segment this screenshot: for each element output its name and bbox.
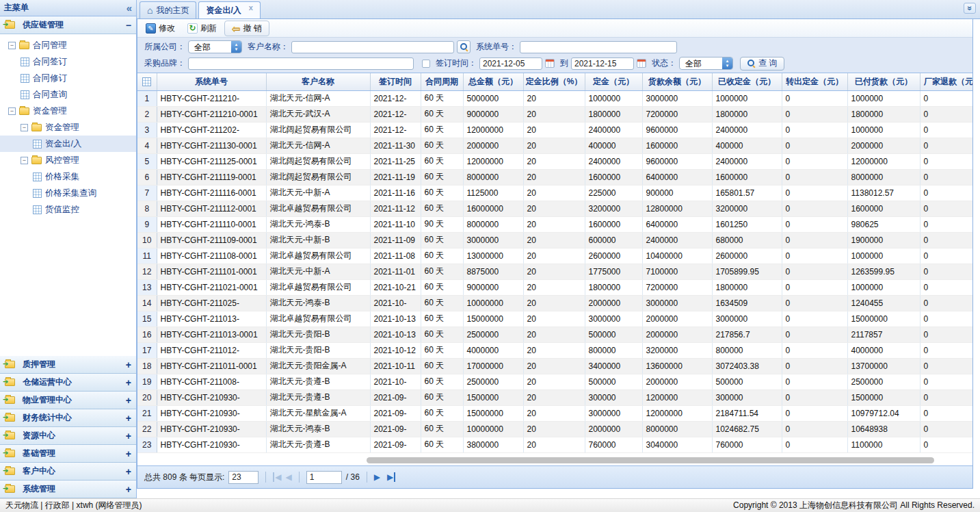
edit-button[interactable]: ✎ 修改 xyxy=(141,21,180,36)
refresh-button[interactable]: ↻ 刷新 xyxy=(183,21,222,36)
table-cell: 湖北天元-中新-B xyxy=(266,232,370,248)
column-header[interactable]: 合同周期 xyxy=(421,73,463,90)
table-row[interactable]: 7HBTY-CGHT-211116-0001湖北天元-中新-A2021-11-1… xyxy=(137,185,972,201)
sidebar-section-supply-chain[interactable]: 供应链管理 − xyxy=(0,16,136,34)
table-row[interactable]: 12HBTY-CGHT-211101-0001湖北天元-中新-A2021-11-… xyxy=(137,264,972,279)
expand-plus-icon[interactable]: + xyxy=(126,466,131,477)
tab-funds-in-out[interactable]: 资金出/入 x xyxy=(198,1,260,18)
table-row[interactable]: 21HBTY-CGHT-210930-湖北天元-星航金属-A2021-09-60… xyxy=(137,405,972,421)
last-page-button[interactable]: ▶ xyxy=(387,472,395,482)
tree-item[interactable]: −资金管理 xyxy=(0,119,136,136)
table-row[interactable]: 22HBTY-CGHT-210930-湖北天元-鸿泰-B2021-09-60 天… xyxy=(137,421,972,437)
tab-close-icon[interactable]: x xyxy=(249,3,253,12)
sign-time-checkbox[interactable] xyxy=(422,60,430,68)
table-row[interactable]: 9HBTY-CGHT-211110-0001湖北天元-鸿泰-B2021-11-1… xyxy=(137,216,972,232)
column-header[interactable]: 总金额（元） xyxy=(463,73,523,90)
undo-button[interactable]: ⇦ 撤 销 xyxy=(224,21,269,36)
prev-page-button[interactable]: ◀ xyxy=(286,472,292,482)
expand-plus-icon[interactable]: + xyxy=(126,413,131,424)
table-row[interactable]: 3HBTY-CGHT-211202-湖北阔起贸易有限公司2021-12-60 天… xyxy=(137,122,972,138)
table-row[interactable]: 8HBTY-CGHT-211112-0001湖北卓越贸易有限公司2021-11-… xyxy=(137,201,972,216)
page-number-input[interactable]: 1 xyxy=(306,471,342,484)
purchase-brand-input[interactable] xyxy=(188,57,414,70)
tree-item[interactable]: 价格采集查询 xyxy=(0,185,136,201)
tree-expander-icon[interactable]: − xyxy=(8,42,16,49)
system-number-input[interactable] xyxy=(520,41,677,53)
calendar-icon[interactable] xyxy=(637,59,646,68)
column-header[interactable]: 定金比例（%） xyxy=(523,73,585,90)
tree-item[interactable]: 合同修订 xyxy=(0,70,136,86)
status-select[interactable]: 全部 ▲▼ xyxy=(679,57,733,70)
table-cell: HBTY-CGHT-210930- xyxy=(157,421,266,437)
expand-plus-icon[interactable]: + xyxy=(126,431,131,441)
expand-plus-icon[interactable]: + xyxy=(126,377,131,388)
first-page-button[interactable]: ◀ xyxy=(273,472,281,482)
column-header[interactable]: 定金（元） xyxy=(585,73,642,90)
table-row[interactable]: 20HBTY-CGHT-210930-湖北天元-贵遵-B2021-09-60 天… xyxy=(137,389,972,405)
sidebar-section-header[interactable]: 质押管理+ xyxy=(0,356,136,374)
sidebar-collapse-icon[interactable]: « xyxy=(127,2,132,14)
column-header[interactable]: 已付货款（元） xyxy=(847,73,920,90)
expand-plus-icon[interactable]: + xyxy=(126,359,131,370)
expand-plus-icon[interactable]: + xyxy=(126,448,131,459)
next-page-button[interactable]: ▶ xyxy=(374,472,380,482)
tree-expander-icon[interactable]: − xyxy=(8,107,16,115)
table-row[interactable]: 13HBTY-CGHT-211021-0001湖北卓越贸易有限公司2021-10… xyxy=(137,279,972,295)
expand-plus-icon[interactable]: + xyxy=(126,484,131,495)
sidebar-section-header[interactable]: 财务统计中心+ xyxy=(0,409,136,427)
table-row[interactable]: 23HBTY-CGHT-210930-湖北天元-贵遵-B2021-09-60 天… xyxy=(137,437,972,452)
table-row[interactable]: 11HBTY-CGHT-211108-0001湖北卓越贸易有限公司2021-11… xyxy=(137,248,972,264)
column-header[interactable]: 签订时间 xyxy=(370,73,421,90)
column-header[interactable]: 系统单号 xyxy=(157,73,266,90)
sidebar-section-header[interactable]: 基础管理+ xyxy=(0,445,136,463)
company-select[interactable]: 全部 ▲▼ xyxy=(188,40,242,53)
tree-item[interactable]: 货值监控 xyxy=(0,201,136,218)
table-row[interactable]: 15HBTY-CGHT-211013-湖北卓越贸易有限公司2021-10-136… xyxy=(137,311,972,327)
sidebar-section-header[interactable]: 系统管理+ xyxy=(0,481,136,498)
sidebar-section-header[interactable]: 仓储运营中心+ xyxy=(0,374,136,392)
tree-item[interactable]: 资金出/入 xyxy=(0,136,136,152)
customer-name-input[interactable] xyxy=(291,41,454,53)
column-header[interactable]: 货款余额（元） xyxy=(642,73,712,90)
table-row[interactable]: 16HBTY-CGHT-211013-0001湖北天元-贵阳-B2021-10-… xyxy=(137,327,972,342)
tab-my-homepage[interactable]: ⌂ 我的主页 xyxy=(140,1,196,18)
page-size-input[interactable]: 23 xyxy=(228,471,259,484)
table-row[interactable]: 5HBTY-CGHT-211125-0001湖北阔起贸易有限公司2021-11-… xyxy=(137,153,972,169)
tree-item[interactable]: 合同查询 xyxy=(0,86,136,103)
tree-expander-icon[interactable]: − xyxy=(21,124,28,131)
table-row[interactable]: 19HBTY-CGHT-211008-湖北天元-贵遵-B2021-10-60 天… xyxy=(137,374,972,389)
tree-expander-icon[interactable]: − xyxy=(21,157,28,164)
table-row[interactable]: 6HBTY-CGHT-211119-0001湖北阔起贸易有限公司2021-11-… xyxy=(137,169,972,185)
table-row[interactable]: 14HBTY-CGHT-211025-湖北天元-鸿泰-B2021-10-60 天… xyxy=(137,295,972,311)
sidebar-section-header[interactable]: 资源中心+ xyxy=(0,427,136,445)
tree-item[interactable]: −合同管理 xyxy=(0,37,136,53)
expand-plus-icon[interactable]: + xyxy=(126,395,131,406)
table-row[interactable]: 18HBTY-CGHT-211011-0001湖北天元-贵阳金属-A2021-1… xyxy=(137,358,972,374)
customer-search-button[interactable] xyxy=(457,40,471,53)
table-icon xyxy=(21,90,29,99)
column-header[interactable]: 已收定金（元） xyxy=(712,73,782,90)
sidebar-section-header[interactable]: 物业管理中心+ xyxy=(0,392,136,409)
calendar-icon[interactable] xyxy=(545,59,555,68)
column-header[interactable]: 客户名称 xyxy=(266,73,370,90)
collapse-minus-icon[interactable]: − xyxy=(126,20,131,31)
table-row[interactable]: 17HBTY-CGHT-211012-湖北天元-贵阳-B2021-10-1260… xyxy=(137,342,972,358)
table-row[interactable]: 2HBTY-CGHT-211210-0001湖北天元-武汉-A2021-12-6… xyxy=(137,106,972,122)
date-from-input[interactable]: 2021-12-05 xyxy=(479,57,542,70)
tree-item[interactable]: −风控管理 xyxy=(0,152,136,168)
table-row[interactable]: 4HBTY-CGHT-211130-0001湖北天元-信网-A2021-11-3… xyxy=(137,138,972,153)
tree-item[interactable]: −资金管理 xyxy=(0,103,136,119)
column-header[interactable]: 转出定金（元） xyxy=(782,73,847,90)
tree-item[interactable]: 价格采集 xyxy=(0,168,136,185)
horizontal-scrollbar-thumb[interactable] xyxy=(367,457,934,463)
sidebar-section-header[interactable]: 客户中心+ xyxy=(0,463,136,481)
tree-item[interactable]: 合同签订 xyxy=(0,53,136,70)
table-row[interactable]: 10HBTY-CGHT-211109-0001湖北天元-中新-B2021-11-… xyxy=(137,232,972,248)
date-to-input[interactable]: 2021-12-15 xyxy=(571,57,634,70)
column-header[interactable]: 厂家退款（元） xyxy=(920,73,972,90)
edit-button-label: 修改 xyxy=(159,23,175,34)
table-row[interactable]: 1HBTY-CGHT-211210-湖北天元-信网-A2021-12-60 天5… xyxy=(137,90,972,106)
query-button[interactable]: 查 询 xyxy=(740,57,784,71)
table-cell: 0 xyxy=(782,122,847,138)
tab-overflow-button[interactable]: » xyxy=(964,3,976,14)
